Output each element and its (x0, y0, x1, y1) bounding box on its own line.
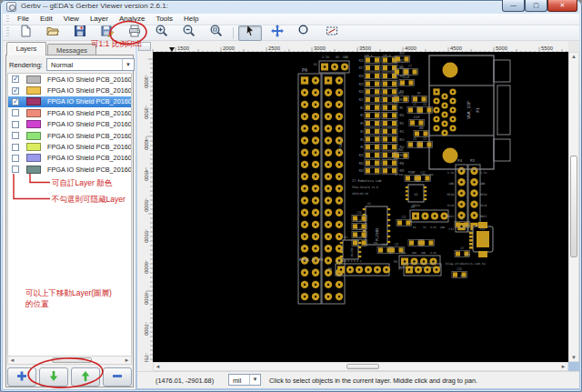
layer-row[interactable]: FPGA IO Shield PCB_20160225- (8, 141, 131, 152)
canvas-vertical-scrollbar[interactable]: ▲ ▼ (568, 52, 579, 362)
scroll-left-icon[interactable]: ◄ (154, 363, 162, 370)
layer-color-swatch[interactable] (26, 120, 41, 128)
menubar-grip-icon[interactable] (6, 15, 9, 23)
svg-text:0.1uF: 0.1uF (408, 171, 416, 174)
plus-icon (15, 369, 29, 386)
svg-text:U2: U2 (414, 193, 417, 196)
svg-text:BLM: BLM (466, 225, 470, 227)
layer-row[interactable]: FPGA IO Shield PCB_20160225- (8, 164, 131, 175)
svg-text:220k R48: 220k R48 (422, 174, 434, 176)
layer-visibility-checkbox[interactable] (12, 121, 19, 128)
pan-button[interactable] (266, 25, 289, 41)
layer-visibility-checkbox[interactable] (12, 166, 19, 173)
rendering-value: Normal (51, 61, 73, 69)
layer-visibility-checkbox[interactable] (12, 87, 19, 95)
save-button[interactable] (68, 25, 92, 41)
rendering-select[interactable]: Normal ▼ (46, 58, 135, 71)
pointer-button[interactable] (238, 25, 262, 41)
layer-visibility-checkbox[interactable] (12, 109, 19, 116)
units-value: mil (233, 377, 241, 385)
layer-visibility-checkbox[interactable] (12, 98, 19, 106)
layer-color-swatch[interactable] (26, 97, 41, 106)
layer-row[interactable]: FPGA IO Shield PCB_20160225- (8, 119, 131, 130)
scrollbar-thumb[interactable] (52, 357, 92, 363)
pointer-icon (243, 24, 257, 42)
layer-row[interactable]: FPGA IO Shield PCB_20160225.n (8, 153, 131, 164)
zoom-out-button[interactable] (177, 25, 201, 41)
layer-color-swatch[interactable] (26, 109, 41, 117)
layer-visibility-checkbox[interactable] (12, 155, 19, 162)
move-layer-down-button[interactable] (39, 367, 68, 387)
scroll-up-icon[interactable]: ▲ (569, 53, 578, 60)
layer-visibility-checkbox[interactable] (12, 132, 19, 139)
layer-label: FPGA IO Shield PCB_20160225- (47, 86, 132, 95)
layer-color-swatch[interactable] (26, 86, 41, 95)
svg-text:GND: GND (449, 182, 455, 186)
svg-text:0.1uF: 0.1uF (404, 75, 410, 79)
tab-layers[interactable]: Layers (6, 42, 46, 55)
svg-text:P2: P2 (470, 158, 476, 163)
measure-button[interactable] (320, 25, 344, 41)
toolbar-grip-icon[interactable] (6, 27, 9, 38)
layer-color-swatch[interactable] (26, 132, 41, 140)
svg-text:5V: 5V (336, 55, 339, 59)
layer-row[interactable]: FPGA IO Shield PCB_20160225- (8, 130, 131, 141)
layer-visibility-checkbox[interactable] (12, 75, 19, 83)
svg-text:R18: R18 (359, 75, 364, 78)
svg-text:3.3V: 3.3V (430, 251, 436, 255)
scrollbar-thumb[interactable] (570, 156, 577, 257)
svg-text:R3: R3 (360, 122, 364, 126)
layer-row[interactable]: FPGA IO Shield PCB_20160225- (8, 85, 131, 95)
scroll-right-icon[interactable]: ► (123, 357, 131, 364)
zoom-fit-button[interactable] (205, 25, 228, 41)
svg-text:-4000: -4000 (144, 136, 149, 150)
layer-row[interactable]: FPGA IO Shield PCB_20160225- (8, 74, 131, 85)
move-layer-up-button[interactable] (71, 367, 100, 387)
add-layer-button[interactable] (7, 367, 36, 387)
screenshot-stage: Gerbv -- gEDA's Gerber Viewer version 2.… (0, 0, 582, 392)
scrollbar-thumb[interactable] (346, 364, 379, 369)
rendering-row: Rendering: Normal ▼ (7, 58, 133, 72)
layer-visibility-checkbox[interactable] (12, 144, 19, 151)
sidebar-horizontal-scrollbar[interactable]: ◄ ► (7, 356, 132, 365)
cursor-coordinates: (1476.01, -2901.68) (156, 377, 214, 385)
minimize-button[interactable]: — (502, 0, 525, 12)
svg-text:J1: J1 (485, 238, 488, 242)
layer-color-swatch[interactable] (26, 75, 41, 84)
scroll-down-icon[interactable]: ▼ (569, 354, 578, 361)
chevron-down-icon: ▼ (249, 375, 260, 385)
svg-text:C8: C8 (413, 137, 416, 141)
layer-row[interactable]: FPGA IO Shield PCB_20160225- (8, 96, 131, 107)
layer-color-swatch[interactable] (26, 154, 41, 162)
layer-color-swatch[interactable] (26, 143, 41, 151)
canvas-horizontal-scrollbar[interactable]: ◄ ► (153, 362, 568, 371)
close-button[interactable]: ✕ (547, 0, 577, 12)
zoom-region-button[interactable] (293, 25, 316, 41)
maximize-button[interactable]: ▢ (525, 0, 547, 12)
svg-text:R29: R29 (359, 154, 364, 157)
svg-text:R21: R21 (359, 98, 364, 102)
remove-layer-button[interactable] (103, 367, 132, 387)
scroll-right-icon[interactable]: ► (559, 363, 567, 370)
svg-text:L3: L3 (461, 246, 464, 250)
svg-text:2000: 2000 (223, 45, 235, 51)
layer-label: FPGA IO Shield PCB_20160225- (47, 132, 132, 140)
open-button[interactable] (41, 25, 65, 41)
layer-label: FPGA IO Shield PCB_20160225- (47, 143, 132, 151)
svg-text:RX: RX (413, 226, 416, 229)
layer-row[interactable]: FPGA IO Shield PCB_20160225- (8, 107, 131, 118)
svg-text:IO_C5V: IO_C5V (336, 260, 345, 263)
units-select[interactable]: mil ▼ (228, 374, 261, 386)
layers-panel: Messages Layers Rendering: Normal ▼ FPGA… (3, 41, 135, 389)
svg-text:-5000: -5000 (144, 198, 149, 212)
svg-text:2500: 2500 (268, 45, 280, 51)
titlebar[interactable]: Gerbv -- gEDA's Gerber Viewer version 2.… (0, 0, 582, 14)
pcb-canvas[interactable]: R16R22R17R23R18R24R19R25R20R26R21R27R1R9… (153, 52, 568, 362)
svg-text:3000: 3000 (314, 45, 326, 51)
scroll-left-icon[interactable]: ◄ (8, 357, 16, 364)
layer-color-swatch[interactable] (26, 166, 41, 174)
svg-text:-5500: -5500 (144, 229, 149, 243)
new-button[interactable] (14, 25, 37, 41)
svg-text:R16: R16 (359, 59, 364, 63)
zoom-in-button[interactable] (150, 25, 174, 41)
